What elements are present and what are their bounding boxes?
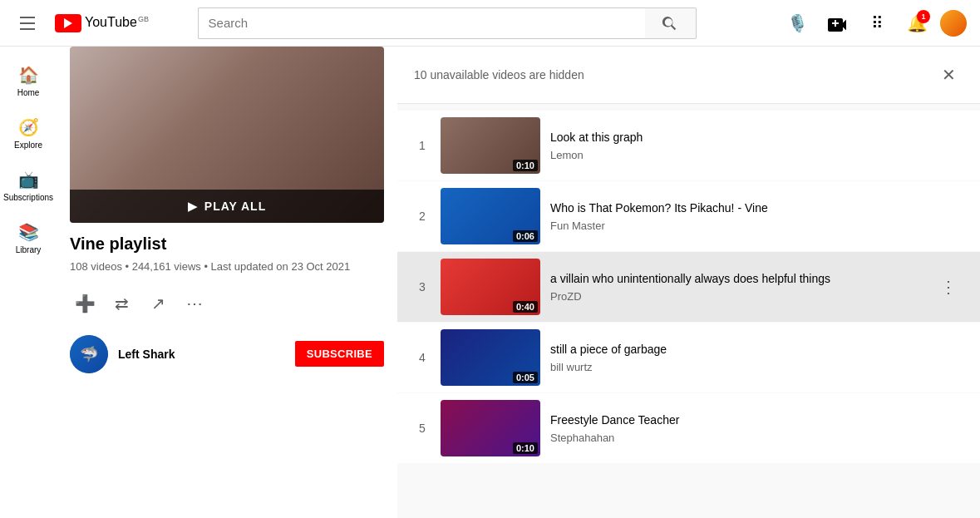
video-info: Look at this graph Lemon bbox=[550, 130, 923, 162]
video-title: Look at this graph bbox=[550, 130, 923, 146]
subscriptions-icon: 📺 bbox=[18, 170, 39, 190]
channel-row: 🦈 Left Shark SUBSCRIBE bbox=[70, 335, 384, 373]
close-banner-button[interactable]: ✕ bbox=[933, 60, 963, 90]
sidebar-label-library: Library bbox=[16, 245, 42, 254]
share-button[interactable]: ↗ bbox=[143, 289, 173, 318]
video-info: a villain who unintentionally always doe… bbox=[550, 271, 923, 303]
explore-icon: 🧭 bbox=[18, 117, 39, 137]
video-duration: 0:05 bbox=[513, 372, 538, 383]
video-thumbnail: 0:10 bbox=[441, 117, 540, 174]
sidebar-label-subscriptions: Subscriptions bbox=[3, 193, 53, 202]
video-more-button[interactable]: ⋮ bbox=[933, 272, 963, 302]
video-number: 2 bbox=[414, 210, 431, 223]
video-duration: 0:06 bbox=[513, 230, 538, 242]
shuffle-button[interactable]: ⇄ bbox=[106, 289, 136, 318]
video-title: Freestyle Dance Teacher bbox=[550, 412, 923, 429]
youtube-logo[interactable]: YouTubeGB bbox=[55, 14, 149, 32]
video-title: a villain who unintentionally always doe… bbox=[550, 271, 923, 288]
video-item[interactable]: 2 0:06 Who is That Pokemon? Its Pikachu!… bbox=[397, 181, 980, 251]
mic-button[interactable]: 🎙️ bbox=[781, 7, 814, 40]
playlist-title: Vine playlist bbox=[70, 234, 384, 254]
video-duration: 0:40 bbox=[513, 301, 538, 313]
video-title: Who is That Pokemon? Its Pikachu! - Vine bbox=[550, 200, 923, 217]
play-all-button[interactable]: ▶ PLAY ALL bbox=[70, 190, 384, 223]
logo-text: YouTubeGB bbox=[85, 15, 149, 30]
video-info: Freestyle Dance Teacher Stephahahan bbox=[550, 412, 923, 445]
video-channel: bill wurtz bbox=[550, 361, 923, 373]
library-icon: 📚 bbox=[18, 222, 39, 242]
video-item[interactable]: 4 0:05 still a piece of garbage bill wur… bbox=[397, 323, 980, 392]
sidebar-item-subscriptions[interactable]: 📺 Subscriptions bbox=[0, 161, 57, 210]
avatar[interactable] bbox=[940, 10, 967, 37]
video-info: Who is That Pokemon? Its Pikachu! - Vine… bbox=[550, 200, 923, 233]
video-number: 5 bbox=[414, 422, 431, 435]
search-input[interactable] bbox=[198, 7, 645, 39]
video-thumbnail: 0:05 bbox=[441, 329, 540, 386]
video-list: 1 0:10 Look at this graph Lemon ⋮ 2 0:06… bbox=[397, 104, 980, 471]
channel-name[interactable]: Left Shark bbox=[118, 348, 285, 361]
search-button[interactable] bbox=[645, 7, 697, 39]
logo-icon bbox=[55, 14, 81, 32]
more-options-button[interactable]: ⋯ bbox=[180, 289, 209, 318]
channel-avatar[interactable]: 🦈 bbox=[70, 335, 108, 373]
video-info: still a piece of garbage bill wurtz bbox=[550, 342, 923, 374]
video-channel: Stephahahan bbox=[550, 432, 923, 444]
video-item[interactable]: 5 0:10 Freestyle Dance Teacher Stephahah… bbox=[397, 393, 980, 463]
video-thumbnail: 0:40 bbox=[441, 259, 540, 315]
sidebar: 🏠 Home 🧭 Explore 📺 Subscriptions 📚 Libra… bbox=[0, 47, 57, 518]
sidebar-item-explore[interactable]: 🧭 Explore bbox=[0, 109, 57, 158]
notifications-button[interactable]: 🔔 1 bbox=[900, 7, 933, 40]
playlist-panel: ▶ PLAY ALL Vine playlist 108 videos • 24… bbox=[57, 47, 397, 518]
sidebar-item-library[interactable]: 📚 Library bbox=[0, 214, 57, 263]
video-item[interactable]: 1 0:10 Look at this graph Lemon ⋮ bbox=[397, 111, 980, 180]
create-button[interactable] bbox=[820, 7, 854, 40]
video-duration: 0:10 bbox=[513, 442, 538, 454]
home-icon: 🏠 bbox=[18, 65, 39, 85]
add-to-queue-button[interactable]: ➕ bbox=[70, 289, 100, 318]
sidebar-label-home: Home bbox=[17, 88, 40, 97]
sidebar-item-home[interactable]: 🏠 Home bbox=[0, 57, 57, 106]
hidden-videos-banner: 10 unavailable videos are hidden ✕ bbox=[397, 47, 980, 104]
video-duration: 0:10 bbox=[513, 160, 538, 171]
video-title: still a piece of garbage bbox=[550, 342, 923, 358]
playlist-meta: 108 videos • 244,161 views • Last update… bbox=[70, 259, 384, 275]
video-item[interactable]: 3 0:40 a villain who unintentionally alw… bbox=[397, 252, 980, 322]
video-channel: ProZD bbox=[550, 290, 923, 303]
hamburger-menu[interactable] bbox=[13, 10, 42, 37]
playlist-hero[interactable]: ▶ PLAY ALL bbox=[70, 47, 384, 223]
sidebar-label-explore: Explore bbox=[14, 141, 42, 150]
playlist-actions: ➕ ⇄ ↗ ⋯ bbox=[70, 289, 384, 318]
video-channel: Fun Master bbox=[550, 220, 923, 232]
notification-badge: 1 bbox=[917, 10, 930, 23]
video-thumbnail: 0:10 bbox=[441, 400, 540, 456]
video-number: 1 bbox=[414, 139, 431, 152]
video-number: 3 bbox=[414, 280, 431, 294]
subscribe-button[interactable]: SUBSCRIBE bbox=[295, 341, 384, 367]
video-list-panel: 10 unavailable videos are hidden ✕ 1 0:1… bbox=[397, 47, 980, 518]
header: YouTubeGB 🎙️ ⠿ 🔔 1 bbox=[0, 0, 980, 47]
video-number: 4 bbox=[414, 351, 431, 364]
apps-button[interactable]: ⠿ bbox=[860, 7, 894, 40]
hidden-count-text: 10 unavailable videos are hidden bbox=[414, 68, 933, 81]
video-thumbnail: 0:06 bbox=[441, 188, 540, 244]
video-channel: Lemon bbox=[550, 149, 923, 161]
